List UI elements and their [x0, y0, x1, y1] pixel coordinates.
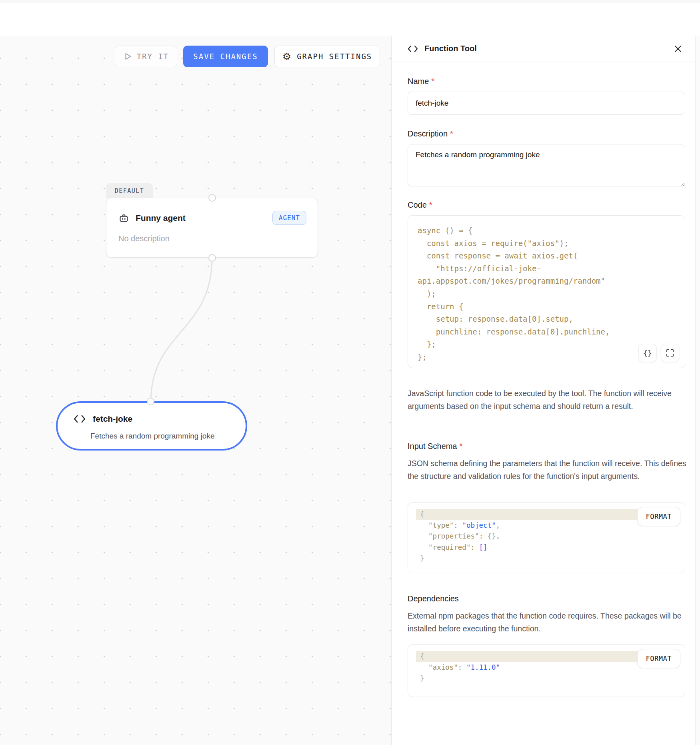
app-window: TRY IT SAVE CHANGES ⚙ GRAPH SETTINGS DEF…	[0, 0, 700, 745]
format-button[interactable]: FORMAT	[637, 507, 680, 526]
name-label: Name*	[408, 77, 434, 86]
tool-node-description: Fetches a random programming joke	[90, 432, 214, 441]
required-asterisk: *	[431, 77, 434, 86]
panel-header: Function Tool	[392, 36, 700, 62]
description-label: Description*	[408, 129, 453, 138]
expand-icon[interactable]	[661, 344, 679, 362]
code-line: "axios": "1.11.0"	[416, 662, 673, 673]
panel-title: Function Tool	[424, 44, 477, 53]
panel-scrollbar[interactable]	[695, 36, 700, 745]
top-strip	[0, 0, 700, 3]
agent-node-title: Funny agent	[136, 213, 186, 223]
code-line: "type": "object",	[416, 520, 673, 531]
name-input[interactable]	[408, 92, 685, 115]
tool-node-top-handle[interactable]	[147, 398, 154, 405]
save-changes-label: SAVE CHANGES	[193, 52, 258, 61]
group-tab-label: DEFAULT	[115, 187, 144, 194]
code-line: {	[416, 651, 673, 662]
braces-button[interactable]: {}	[638, 344, 657, 362]
input-schema-editor[interactable]: { "type": "object", "properties": {}, "r…	[408, 502, 685, 573]
required-asterisk: *	[459, 442, 462, 451]
code-line: "required": []	[416, 542, 673, 553]
code-help-text: JavaScript function code to be executed …	[408, 387, 688, 413]
required-asterisk: *	[429, 200, 432, 209]
code-line: {	[416, 509, 673, 520]
code-editor[interactable]: async () ⇒ { const axios = require("axio…	[408, 215, 685, 368]
gear-icon: ⚙	[282, 52, 292, 62]
input-schema-label: Input Schema*	[408, 442, 462, 451]
code-brackets-icon	[74, 415, 86, 423]
agent-node-description: No description	[118, 234, 170, 243]
dependencies-label: Dependencies	[408, 594, 459, 603]
edge-connector	[0, 36, 391, 745]
graph-canvas[interactable]: TRY IT SAVE CHANGES ⚙ GRAPH SETTINGS DEF…	[0, 36, 391, 745]
code-line: }	[416, 553, 673, 564]
try-it-button[interactable]: TRY IT	[115, 46, 177, 67]
tool-node-fetch-joke[interactable]: fetch-joke Fetches a random programming …	[56, 401, 247, 451]
agent-node-bottom-handle[interactable]	[208, 254, 216, 262]
play-icon	[123, 52, 132, 61]
code-line: }	[416, 673, 673, 684]
tool-node-title: fetch-joke	[93, 414, 132, 424]
close-icon[interactable]	[672, 43, 684, 55]
graph-settings-button[interactable]: ⚙ GRAPH SETTINGS	[274, 46, 380, 67]
header-bar	[0, 4, 700, 35]
required-asterisk: *	[450, 129, 453, 138]
dependencies-help-text: External npm packages that the function …	[408, 609, 688, 635]
agent-node-top-handle[interactable]	[208, 194, 216, 202]
format-button[interactable]: FORMAT	[637, 649, 680, 668]
save-changes-button[interactable]: SAVE CHANGES	[183, 46, 268, 67]
robot-icon	[118, 212, 129, 223]
description-textarea[interactable]: Fetches a random programming joke	[408, 144, 685, 186]
group-tab-default[interactable]: DEFAULT	[106, 183, 153, 198]
agent-node-funny-agent[interactable]: Funny agent AGENT No description	[106, 198, 318, 258]
code-line: "properties": {},	[416, 531, 673, 542]
graph-settings-label: GRAPH SETTINGS	[297, 52, 372, 61]
agent-badge: AGENT	[272, 211, 306, 225]
code-brackets-icon	[408, 45, 418, 53]
code-label: Code*	[408, 200, 432, 210]
dependencies-editor[interactable]: { "axios": "1.11.0"} FORMAT	[408, 644, 685, 697]
input-schema-help-text: JSON schema defining the parameters that…	[408, 457, 688, 483]
try-it-label: TRY IT	[137, 52, 169, 61]
function-tool-panel: Function Tool Name* Description* Fetches…	[391, 36, 700, 745]
